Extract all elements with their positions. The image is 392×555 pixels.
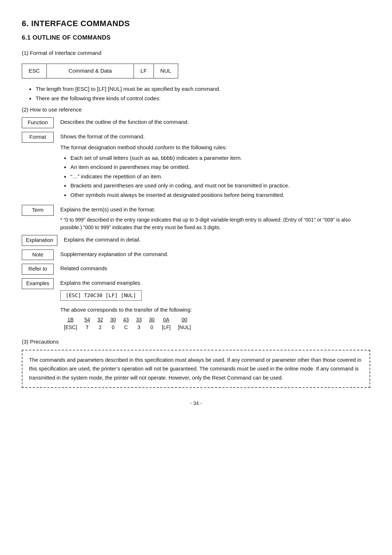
precautions-box: The commands and parameters described in… <box>22 350 370 388</box>
ref-content-explanation: Explains the command in detail. <box>64 235 370 244</box>
ref-label-examples: Examples <box>22 278 54 289</box>
ref-row-format: Format Shows the format of the command. … <box>22 132 370 202</box>
subsection1-label: (1) Format of Interface command <box>22 49 370 57</box>
table-command-data: Command & Data <box>46 64 134 78</box>
transfer-table: 1B 54 32 30 43 33 30 0A 00 [ESC] T 2 <box>60 316 195 331</box>
command-format-table: ESC Command & Data LF NUL <box>22 64 178 78</box>
transfer-top-4: 30 <box>107 316 120 324</box>
transfer-top-6: 33 <box>132 316 146 324</box>
ref-row-term: Term Explains the term(s) used in the fo… <box>22 205 370 231</box>
ref-row-examples: Examples Explains the command examples. … <box>22 278 370 331</box>
ref-label-term: Term <box>22 205 54 216</box>
table-lf: LF <box>134 64 154 78</box>
ref-rows: Function Describes the outline of the fu… <box>22 117 370 331</box>
ref-row-note: Note Supplementary explanation of the co… <box>22 250 370 260</box>
ref-content-term: Explains the term(s) used in the format.… <box>60 205 370 231</box>
table-esc: ESC <box>22 64 47 78</box>
section-title: 6.1 OUTLINE OF COMMANDS <box>22 33 370 42</box>
ref-label-explanation: Explanation <box>22 235 57 246</box>
ref-label-referto: Refer to <box>22 264 54 275</box>
transfer-bot-6: 3 <box>132 324 146 331</box>
precautions-text: The commands and parameters described in… <box>29 357 362 381</box>
subsection3-label: (3) Precautions <box>22 338 370 346</box>
ref-row-explanation: Explanation Explains the command in deta… <box>22 235 370 246</box>
ref-label-function: Function <box>22 117 54 128</box>
transfer-bot-8: [LF] <box>158 324 174 331</box>
format-sub-bullets: Each set of small letters (such as aa, b… <box>64 154 370 199</box>
ref-row-referto: Refer to Related commands <box>22 264 370 275</box>
transfer-bot-5: C <box>119 324 132 331</box>
bullet-item: The length from [ESC] to [LF] [NUL] must… <box>29 85 370 93</box>
ref-text-note: Supplementary explanation of the command… <box>60 251 168 257</box>
transfer-bot-3: 2 <box>94 324 107 331</box>
ref-content-format: Shows the format of the command. The for… <box>60 132 370 202</box>
transfer-top-5: 43 <box>119 316 132 324</box>
subsection2-label: (2) How to use reference <box>22 106 370 114</box>
ref-content-examples: Explains the command examples. [ESC] T20… <box>60 278 370 331</box>
format-bullet-2: An item enclosed in parentheses may be o… <box>64 163 370 171</box>
term-note: * “0 to 999” described in the entry rang… <box>60 216 370 231</box>
ref-text-explanation: Explains the command in detail. <box>64 236 141 243</box>
transfer-bot-9: [NUL] <box>174 324 195 331</box>
transfer-top-7: 30 <box>145 316 158 324</box>
ref-text-function: Describes the outline of the function of… <box>60 119 189 125</box>
table-nul: NUL <box>154 64 178 78</box>
ref-text-format: Shows the format of the command. <box>60 133 370 141</box>
transfer-top-3: 32 <box>94 316 107 324</box>
transfer-top-9: 00 <box>174 316 195 324</box>
bullet-list-1: The length from [ESC] to [LF] [NUL] must… <box>29 85 370 103</box>
format-bullet-5: Other symbols must always be inserted at… <box>64 191 370 199</box>
format-bullet-3: “…” indicates the repetition of an item. <box>64 173 370 181</box>
transfer-bot-7: 0 <box>145 324 158 331</box>
ref-content-referto: Related commands <box>60 264 370 273</box>
format-bullet-4: Brackets and parentheses are used only i… <box>64 182 370 190</box>
example-box: [ESC] T20C30 [LF] [NUL] <box>60 290 142 301</box>
transfer-top-8: 0A <box>158 316 174 324</box>
example-intro: The above corresponds to the transfer of… <box>60 306 370 314</box>
ref-content-function: Describes the outline of the function of… <box>60 117 370 126</box>
bullet-item: There are the following three kinds of c… <box>29 94 370 103</box>
format-bullet-1: Each set of small letters (such as aa, b… <box>64 154 370 162</box>
transfer-bot-2: T <box>81 324 94 331</box>
ref-label-format: Format <box>22 132 54 143</box>
format-sub-intro: The format designation method should con… <box>60 143 370 152</box>
ref-row-function: Function Describes the outline of the fu… <box>22 117 370 128</box>
ref-label-note: Note <box>22 250 54 260</box>
transfer-bot-1: [ESC] <box>60 324 81 331</box>
transfer-top-1: 1B <box>60 316 81 324</box>
transfer-bot-4: 0 <box>107 324 120 331</box>
transfer-top-2: 54 <box>81 316 94 324</box>
ref-text-examples: Explains the command examples. <box>60 279 370 287</box>
ref-text-term: Explains the term(s) used in the format. <box>60 206 370 214</box>
ref-content-note: Supplementary explanation of the command… <box>60 250 370 259</box>
page-title: 6. INTERFACE COMMANDS <box>22 17 370 29</box>
ref-text-referto: Related commands <box>60 265 107 271</box>
page-number: - 34 - <box>22 400 370 407</box>
